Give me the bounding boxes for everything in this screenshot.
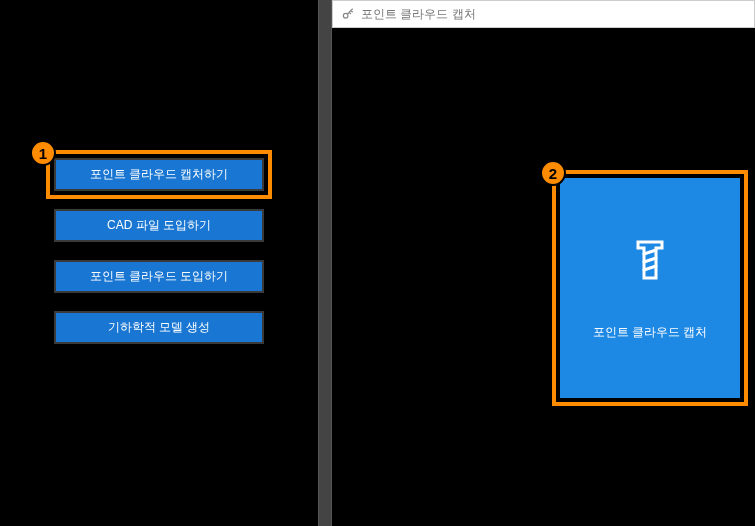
- svg-point-0: [343, 13, 348, 18]
- panel-separator: [318, 0, 332, 526]
- key-icon: [341, 7, 355, 21]
- left-panel: 포인트 클라우드 캡처하기 CAD 파일 도입하기 포인트 클라우드 도입하기 …: [0, 0, 318, 526]
- button-label: 포인트 클라우드 캡처하기: [90, 166, 229, 183]
- screw-icon: [626, 236, 674, 284]
- button-label: CAD 파일 도입하기: [107, 217, 211, 234]
- create-geometric-model-button[interactable]: 기하학적 모델 생성: [54, 311, 264, 344]
- search-input[interactable]: [361, 7, 746, 21]
- callout-number: 2: [549, 165, 557, 182]
- import-cad-file-button[interactable]: CAD 파일 도입하기: [54, 209, 264, 242]
- button-label: 포인트 클라우드 도입하기: [90, 268, 229, 285]
- tile-label: 포인트 클라우드 캡처: [593, 324, 708, 341]
- callout-number: 1: [39, 145, 47, 162]
- import-point-cloud-button[interactable]: 포인트 클라우드 도입하기: [54, 260, 264, 293]
- svg-line-3: [644, 266, 656, 270]
- search-bar: [332, 0, 755, 28]
- point-cloud-capture-tile[interactable]: 포인트 클라우드 캡처: [560, 178, 740, 398]
- button-label: 기하학적 모델 생성: [108, 319, 211, 336]
- svg-line-2: [644, 258, 656, 262]
- capture-point-cloud-button[interactable]: 포인트 클라우드 캡처하기: [54, 158, 264, 191]
- svg-line-1: [644, 250, 656, 254]
- callout-badge-2: 2: [540, 160, 566, 186]
- callout-badge-1: 1: [30, 140, 56, 166]
